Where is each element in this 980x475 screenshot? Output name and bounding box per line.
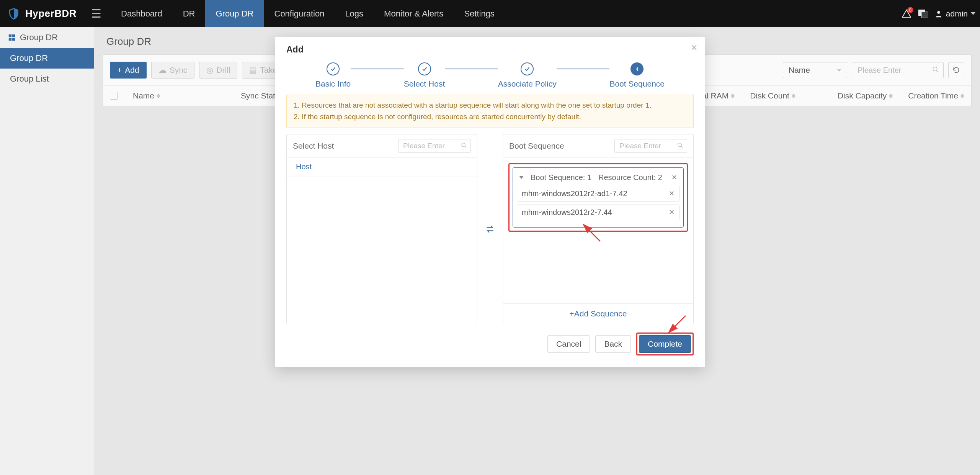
resource-name: mhm-windows2012r2-7.44	[522, 208, 612, 217]
sequence-search-input[interactable]	[614, 139, 687, 153]
remove-resource-icon[interactable]: ✕	[669, 208, 675, 216]
alert-line-1: 1. Resources that are not associated wit…	[294, 100, 686, 111]
modal-title: Add	[286, 44, 694, 55]
complete-button[interactable]: Complete	[639, 335, 691, 353]
select-host-panel: Select Host Host	[286, 134, 477, 324]
host-search-input[interactable]	[398, 139, 471, 153]
remove-sequence-icon[interactable]: ✕	[671, 173, 677, 182]
host-list	[287, 177, 477, 324]
info-alert: 1. Resources that are not associated wit…	[286, 95, 694, 128]
svg-line-12	[681, 146, 683, 147]
plus-icon: +	[569, 309, 574, 318]
add-sequence-button[interactable]: +Add Sequence	[503, 303, 693, 324]
back-button[interactable]: Back	[595, 335, 631, 353]
sequence-resource-row[interactable]: mhm-windows2012r2-7.44 ✕	[517, 205, 679, 220]
add-sequence-label: Add Sequence	[574, 309, 627, 318]
dual-panel: Select Host Host Boot Sequence	[286, 134, 694, 324]
search-icon	[677, 142, 683, 149]
tab-host[interactable]: Host	[287, 158, 321, 177]
check-icon	[421, 66, 428, 72]
svg-point-11	[678, 143, 681, 146]
sequence-card: Boot Sequence: 1 Resource Count: 2 ✕ mhm…	[513, 167, 684, 228]
step-number: 4	[636, 66, 639, 72]
cancel-button[interactable]: Cancel	[547, 335, 590, 353]
resource-name: mhm-windows2012r2-ad1-7.42	[522, 189, 627, 198]
select-host-title: Select Host	[293, 141, 334, 151]
check-icon	[524, 66, 530, 72]
transfer-icon[interactable]	[484, 224, 496, 234]
add-modal: Add ✕ Basic Info Select Host Associate P…	[275, 37, 705, 367]
modal-actions: Cancel Back Complete	[286, 332, 694, 355]
sequence-header[interactable]: Boot Sequence: 1 Resource Count: 2 ✕	[517, 172, 679, 186]
step-associate-policy[interactable]: Associate Policy	[498, 62, 557, 88]
step-basic-info[interactable]: Basic Info	[315, 62, 351, 88]
sequence-order-label: Boot Sequence: 1	[531, 173, 591, 182]
svg-point-9	[462, 143, 465, 146]
boot-sequence-panel: Boot Sequence Boot Sequence: 1 Resource …	[503, 134, 694, 324]
sequence-highlight-box: Boot Sequence: 1 Resource Count: 2 ✕ mhm…	[508, 163, 688, 232]
search-icon	[461, 142, 467, 149]
remove-resource-icon[interactable]: ✕	[669, 189, 675, 198]
sequence-count-label: Resource Count: 2	[598, 173, 662, 182]
svg-line-10	[465, 146, 466, 147]
check-icon	[330, 66, 336, 72]
sequence-resource-row[interactable]: mhm-windows2012r2-ad1-7.42 ✕	[517, 186, 679, 201]
chevron-down-icon	[519, 176, 524, 179]
boot-sequence-title: Boot Sequence	[509, 141, 564, 151]
complete-highlight-box: Complete	[636, 332, 694, 355]
close-icon[interactable]: ✕	[691, 43, 697, 53]
step-boot-sequence[interactable]: 4 Boot Sequence	[609, 62, 665, 88]
alert-line-2: 2. If the startup sequence is not config…	[294, 111, 686, 123]
step-select-host[interactable]: Select Host	[404, 62, 445, 88]
wizard-steps: Basic Info Select Host Associate Policy …	[286, 55, 694, 91]
